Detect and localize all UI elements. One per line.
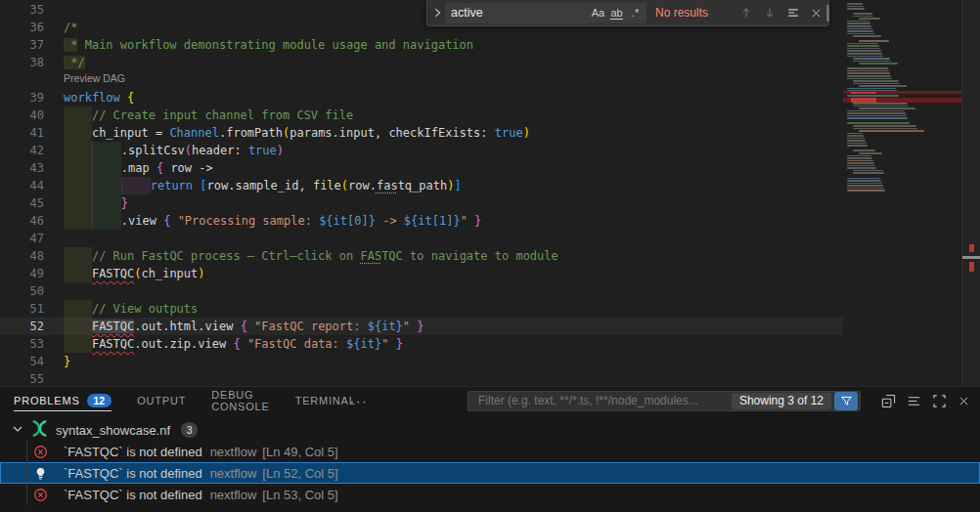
- code-lines[interactable]: 3536/*37 * Main workflow demonstrating m…: [0, 1, 980, 386]
- line-number[interactable]: 49: [0, 265, 44, 282]
- problem-row[interactable]: `FASTQC` is not definednextflow[Ln 52, C…: [0, 462, 980, 484]
- line-content: }: [44, 353, 70, 370]
- file-problem-count-badge: 3: [181, 422, 198, 438]
- code-line[interactable]: 37 * Main workflow demonstrating module …: [0, 36, 980, 54]
- code-token: ${it}: [346, 337, 381, 351]
- maximize-panel-icon[interactable]: [932, 394, 947, 408]
- line-number[interactable]: 55: [0, 370, 44, 386]
- code-line[interactable]: 40 // Create input channel from CSV file: [0, 107, 980, 124]
- panel-tab-output[interactable]: OUTPUT: [137, 387, 186, 414]
- code-line[interactable]: 52 FASTQC.out.html.view { "FastQC report…: [0, 318, 980, 335]
- filter-status-badge: Showing 3 of 12: [732, 393, 831, 409]
- code-line[interactable]: 46 .view { "Processing sample: ${it[0]} …: [0, 212, 980, 230]
- code-line[interactable]: 39workflow {: [0, 89, 980, 107]
- line-number[interactable]: 36: [0, 19, 44, 36]
- line-number[interactable]: 41: [0, 124, 44, 142]
- line-number[interactable]: 54: [0, 353, 44, 370]
- indent-highlight: [64, 107, 92, 124]
- minimap-line: [847, 43, 878, 45]
- code-line[interactable]: 51 // View outputs: [0, 300, 980, 318]
- match-case-icon[interactable]: Aa: [589, 7, 607, 19]
- code-line[interactable]: 38 */: [0, 54, 980, 71]
- minimap-line: [847, 133, 863, 135]
- minimap-line: [859, 107, 915, 109]
- line-content: workflow {: [44, 89, 134, 107]
- code-token: "FastQC report:: [254, 320, 368, 333]
- minimap-line: [847, 155, 871, 157]
- line-number[interactable]: 45: [0, 194, 44, 212]
- line-number[interactable]: 44: [0, 177, 44, 194]
- code-line[interactable]: 49 FASTQC(ch_input): [0, 265, 980, 282]
- code-editor[interactable]: 3536/*37 * Main workflow demonstrating m…: [0, 0, 980, 386]
- line-content: }: [44, 194, 128, 212]
- code-line[interactable]: 41 ch_input = Channel.fromPath(params.in…: [0, 124, 980, 142]
- filter-funnel-icon[interactable]: [834, 392, 858, 410]
- toggle-replace-chevron-icon[interactable]: [429, 6, 445, 20]
- code-token: ch_input =: [92, 126, 169, 140]
- overview-ruler[interactable]: [961, 0, 980, 386]
- line-number[interactable]: 43: [0, 159, 44, 177]
- line-number[interactable]: 47: [0, 230, 44, 247]
- code-line[interactable]: 50: [0, 282, 980, 300]
- line-number[interactable]: 48: [0, 247, 44, 265]
- line-number[interactable]: 50: [0, 282, 44, 300]
- minimap-line: [853, 83, 900, 85]
- panel-tab-label: PROBLEMS: [14, 395, 80, 406]
- line-number[interactable]: 37: [0, 36, 44, 54]
- problem-location: [Ln 49, Col 5]: [262, 445, 337, 459]
- code-line[interactable]: 43 .map { row ->: [0, 159, 980, 177]
- line-number[interactable]: 40: [0, 107, 44, 124]
- code-token: "Processing sample:: [178, 214, 320, 228]
- problems-filter-input[interactable]: [476, 393, 732, 408]
- panel-tab-debug-console[interactable]: DEBUG CONSOLE: [211, 387, 269, 414]
- line-number[interactable]: 39: [0, 89, 44, 107]
- line-number[interactable]: 51: [0, 300, 44, 318]
- code-line[interactable]: 54}: [0, 353, 980, 370]
- view-as-table-icon[interactable]: [907, 394, 921, 408]
- problem-row[interactable]: `FASTQC` is not definednextflow[Ln 53, C…: [0, 484, 980, 505]
- code-line[interactable]: 53 FASTQC.out.zip.view { "FastQC data: $…: [0, 335, 980, 353]
- code-line[interactable]: 47: [0, 230, 980, 247]
- panel-tab-label: TERMINAL: [295, 395, 356, 406]
- code-token: [388, 337, 395, 351]
- code-token: FAS: [360, 249, 381, 263]
- chevron-down-icon[interactable]: [10, 421, 25, 440]
- code-token: FASTQC: [92, 320, 134, 333]
- minimap-line: [847, 53, 882, 55]
- regex-icon[interactable]: .*: [626, 7, 645, 19]
- problems-file-row[interactable]: syntax_showcase.nf 3: [0, 419, 980, 441]
- line-number[interactable]: 52: [0, 318, 44, 335]
- code-token: tq_path: [398, 179, 448, 192]
- line-number[interactable]: 35: [0, 1, 44, 19]
- minimap[interactable]: [843, 0, 961, 386]
- code-token: /*: [64, 21, 77, 34]
- find-in-selection-icon[interactable]: [786, 6, 800, 20]
- find-input[interactable]: [451, 6, 589, 20]
- codelens-preview-dag[interactable]: Preview DAG: [0, 71, 980, 89]
- close-find-widget-icon[interactable]: [810, 7, 823, 20]
- code-line[interactable]: 55: [0, 370, 980, 386]
- next-match-icon[interactable]: [763, 6, 777, 20]
- previous-match-icon[interactable]: [739, 6, 753, 20]
- find-widget-sash[interactable]: [826, 5, 829, 21]
- panel-tab-problems[interactable]: PROBLEMS12: [14, 387, 111, 414]
- minimap-line: [847, 88, 896, 90]
- code-line[interactable]: 48 // Run FastQC process – Ctrl–click on…: [0, 247, 980, 265]
- line-number[interactable]: 46: [0, 212, 44, 230]
- indent-highlight: [121, 177, 151, 194]
- line-number[interactable]: 42: [0, 142, 44, 159]
- code-line[interactable]: 42 .splitCsv(header: true): [0, 142, 980, 159]
- panel-tab-terminal[interactable]: TERMINAL: [295, 387, 356, 414]
- collapse-all-icon[interactable]: [881, 394, 896, 408]
- close-panel-icon[interactable]: [958, 395, 970, 407]
- indent-highlight: [64, 194, 92, 212]
- line-content: return [row.sample_id, file(row.fastq_pa…: [44, 177, 462, 194]
- code-line[interactable]: 45 }: [0, 194, 980, 212]
- line-number[interactable]: 38: [0, 54, 44, 71]
- line-number[interactable]: 53: [0, 335, 44, 353]
- code-token: {: [233, 337, 240, 351]
- minimap-line: [847, 48, 880, 50]
- code-line[interactable]: 44 return [row.sample_id, file(row.fastq…: [0, 177, 980, 194]
- whole-word-icon[interactable]: ab: [607, 7, 626, 19]
- problem-row[interactable]: `FASTQC` is not definednextflow[Ln 49, C…: [0, 441, 980, 462]
